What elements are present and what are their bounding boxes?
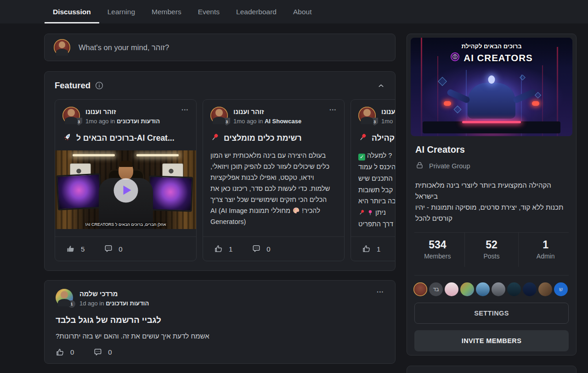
level-badge: 3	[75, 118, 82, 126]
like-count: 1	[377, 245, 380, 253]
author-name[interactable]: זוהר וענונו	[381, 108, 396, 116]
post-composer[interactable]: What's on your mind, זוהר?	[44, 34, 396, 61]
info-icon[interactable]	[95, 81, 103, 90]
top-nav: Discussion Learning Members Events Leade…	[0, 0, 588, 23]
featured-post-card[interactable]: 3 זוהר וענונו 1mo ago in הודעות ועדכונים…	[55, 99, 197, 261]
member-avatar[interactable]	[413, 282, 427, 296]
member-avatar[interactable]	[460, 282, 474, 296]
settings-button[interactable]: SETTINGS	[414, 303, 569, 324]
community-panel: ברוכים הבאים לקהילת AI CREATORS AI Creat…	[407, 34, 577, 356]
invite-members-button[interactable]: INVITE MEMBERS	[414, 330, 569, 351]
featured-title: Featured	[55, 80, 90, 91]
level-badge: 1	[68, 300, 75, 308]
post-meta: 1d ago in הודעות ועדכונים	[79, 300, 149, 308]
featured-section: Featured 3 זוהר וענונו 1mo ago in ה	[44, 71, 396, 271]
post-body: אשמח לדעת איך עושים את זה. והאם יש בזה י…	[56, 332, 384, 340]
author-avatar[interactable]: 3	[62, 107, 80, 124]
privacy-label: Private Group	[429, 162, 470, 170]
tab-leaderboard[interactable]: Leaderboard	[228, 0, 285, 23]
level-badge: 3	[371, 118, 378, 126]
feed-post[interactable]: 1 מרדכי שלמה 1d ago in הודעות ועדכונים •…	[44, 280, 396, 364]
member-avatar[interactable]: ש	[554, 282, 568, 296]
stat-members[interactable]: 534 Members	[411, 233, 464, 267]
comment-button[interactable]	[104, 244, 113, 253]
tab-learning[interactable]: Learning	[99, 0, 143, 23]
rocket-icon	[62, 132, 72, 144]
composer-prompt: What's on your mind, זוהר?	[79, 43, 169, 52]
monitor-graphic	[148, 175, 193, 212]
comment-button[interactable]	[93, 348, 102, 357]
post-meta: 1mo ago in הודעות ועדכונים	[85, 118, 160, 126]
more-options-icon[interactable]: •••	[330, 107, 337, 112]
author-avatar[interactable]: 3	[210, 107, 228, 124]
member-avatar[interactable]	[492, 282, 505, 296]
post-meta: 1mo	[381, 118, 396, 126]
like-button[interactable]	[362, 244, 371, 253]
like-button[interactable]	[66, 244, 75, 253]
lock-icon	[415, 161, 424, 171]
like-button[interactable]	[56, 348, 65, 357]
community-name: AI Creators	[415, 144, 568, 155]
pushpin-icon	[358, 132, 368, 144]
comment-count: 0	[119, 245, 122, 253]
post-title: רשימת כלים מומלצים	[224, 133, 302, 143]
post-meta: 1mo ago in AI Showcase	[233, 118, 301, 126]
banner-brand-text: AI CREATORS	[464, 52, 532, 63]
user-avatar[interactable]	[54, 39, 70, 56]
member-avatar[interactable]	[523, 282, 537, 296]
category-link[interactable]: הודעות ועדכונים	[106, 300, 149, 307]
like-count: 5	[81, 245, 85, 253]
like-count: 0	[70, 348, 74, 356]
leaderboard-panel: Leaderboard (30-days)	[407, 366, 577, 373]
member-avatar[interactable]	[507, 282, 521, 296]
brain-logo-icon	[450, 52, 460, 63]
category-link[interactable]: הודעות ועדכונים	[117, 118, 160, 125]
video-thumbnail[interactable]: אהלן חברים, ברוכים הבאים ל AI CREATORS!	[55, 150, 196, 229]
member-avatar[interactable]	[538, 282, 552, 296]
pushpin-icon	[210, 132, 220, 144]
post-title: חוקי הקהילה	[372, 133, 396, 143]
community-stats: 534 Members 52 Posts 1 Admin	[411, 233, 572, 267]
author-name[interactable]: מרדכי שלמה	[79, 290, 149, 298]
member-avatar[interactable]: בד	[429, 282, 443, 296]
community-description: הקהילה המקצועית ביותר ליוצרי בינה מלאכות…	[415, 180, 568, 224]
more-options-icon[interactable]: •••	[182, 107, 189, 112]
community-banner-image: ברוכים הבאים לקהילת AI CREATORS	[411, 38, 572, 136]
chevron-up-icon[interactable]	[377, 82, 385, 90]
featured-post-card[interactable]: 3 זוהר וענונו 1mo חוקי הקהילה ✓ למעלה ? …	[351, 99, 396, 261]
member-avatar[interactable]	[476, 282, 490, 296]
like-count: 1	[229, 245, 232, 253]
comment-count: 0	[108, 348, 112, 356]
stat-posts[interactable]: 52 Posts	[464, 233, 519, 267]
author-avatar[interactable]: 1	[56, 289, 73, 306]
level-badge: 3	[223, 118, 230, 126]
like-button[interactable]	[214, 244, 223, 253]
featured-carousel: 3 זוהר וענונו 1mo ago in הודעות ועדכונים…	[55, 99, 385, 261]
post-body: בעולם היצירה עם בינה מלאכותית יש המון כל…	[210, 150, 337, 227]
post-title: ברוכים הבאים ל-AI Creat...	[76, 133, 175, 143]
post-title: לגביי הרשמה של גוגל בלבד	[56, 315, 384, 325]
comment-button[interactable]	[252, 244, 261, 253]
tab-events[interactable]: Events	[190, 0, 228, 23]
play-icon[interactable]	[113, 178, 138, 203]
tab-members[interactable]: Members	[143, 0, 190, 23]
tab-about[interactable]: About	[285, 0, 320, 23]
member-avatar[interactable]	[445, 282, 458, 296]
banner-welcome-text: ברוכים הבאים לקהילת	[411, 43, 572, 50]
tab-discussion[interactable]: Discussion	[45, 0, 99, 23]
stat-admin[interactable]: 1 Admin	[518, 233, 572, 267]
comment-count: 0	[266, 245, 270, 253]
member-avatars-row: בד ש	[413, 282, 570, 296]
category-link[interactable]: AI Showcase	[265, 118, 301, 125]
post-body: ✓ למעלה ? היכנס ל עמוד התכנים שיש קבל תש…	[358, 150, 396, 230]
author-name[interactable]: זוהר וענונו	[233, 108, 301, 116]
author-name[interactable]: זוהר וענונו	[85, 108, 160, 116]
more-options-icon[interactable]: •••	[377, 289, 384, 294]
video-caption: אהלן חברים, ברוכים הבאים ל AI CREATORS!	[55, 222, 196, 227]
featured-post-card[interactable]: 3 זוהר וענונו 1mo ago in AI Showcase •••…	[203, 99, 345, 261]
monitor-graphic	[56, 173, 102, 210]
author-avatar[interactable]: 3	[358, 107, 376, 124]
